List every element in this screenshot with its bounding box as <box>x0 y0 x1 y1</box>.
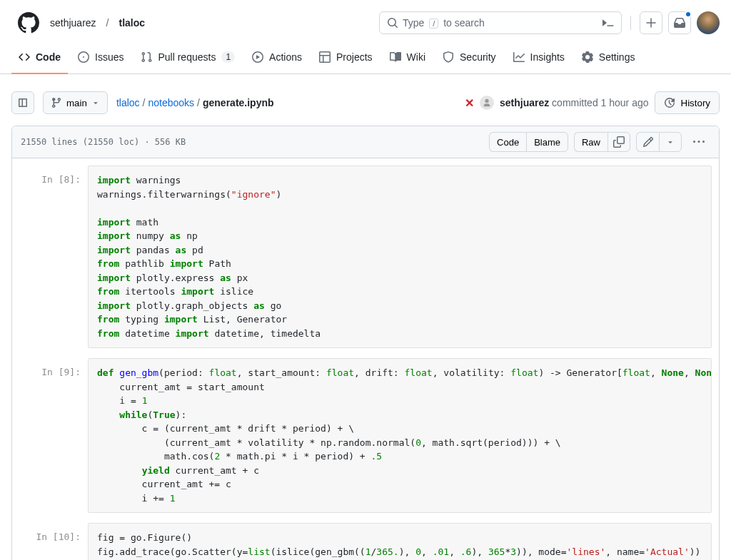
tab-code[interactable]: Code <box>11 46 68 74</box>
search-placeholder: Type / to search <box>403 17 485 29</box>
tab-projects[interactable]: Projects <box>312 46 380 74</box>
repo-owner-link[interactable]: sethjuarez <box>46 14 101 31</box>
copy-raw-button[interactable] <box>608 132 630 152</box>
tab-insights[interactable]: Insights <box>506 46 572 74</box>
cell-code: import warnings warnings.filterwarnings(… <box>88 166 712 348</box>
notebook-cell: In [10]: fig = go.Figure() fig.add_trace… <box>19 523 712 560</box>
tab-security[interactable]: Security <box>435 46 503 74</box>
pulls-count: 1 <box>221 51 235 63</box>
toggle-sidebar-button[interactable] <box>11 91 34 114</box>
cell-prompt: In [8]: <box>19 166 88 348</box>
cell-prompt: In [9]: <box>19 358 88 513</box>
pencil-icon <box>642 136 654 148</box>
blame-view-button[interactable]: Blame <box>526 132 568 152</box>
triangle-down-icon <box>91 98 100 107</box>
code-icon <box>19 51 30 63</box>
notebook-cell: In [9]: def gen_gbm(period: float, start… <box>19 358 712 513</box>
github-mark-icon <box>18 12 39 34</box>
repo-tabs: Code Issues Pull requests 1 Actions Proj… <box>0 46 731 74</box>
gear-icon <box>582 51 593 63</box>
commit-status-x-icon[interactable]: ✕ <box>465 96 474 110</box>
history-icon <box>664 97 675 108</box>
breadcrumb: tlaloc/notebooks/generate.ipynb <box>116 97 274 108</box>
create-new-button[interactable] <box>640 11 662 34</box>
notifications-button[interactable] <box>668 11 691 34</box>
search-icon <box>387 17 398 29</box>
search-input-wrap[interactable]: Type / to search <box>379 11 622 34</box>
table-icon <box>319 51 331 63</box>
issues-icon <box>78 51 89 63</box>
play-icon <box>252 51 263 63</box>
edit-dropdown-button[interactable] <box>659 132 682 152</box>
repo-sep: / <box>106 17 109 29</box>
cell-prompt: In [10]: <box>19 523 88 560</box>
notification-dot <box>685 11 692 18</box>
shield-icon <box>443 51 454 63</box>
book-icon <box>390 51 401 63</box>
commit-author-avatar[interactable] <box>480 96 494 110</box>
notebook-content: In [8]: import warnings warnings.filterw… <box>12 158 719 560</box>
tab-settings[interactable]: Settings <box>575 46 642 74</box>
code-view-button[interactable]: Code <box>489 132 526 152</box>
copy-icon <box>613 136 625 148</box>
github-logo[interactable] <box>17 11 40 34</box>
breadcrumb-root[interactable]: tlaloc <box>116 97 140 108</box>
user-avatar[interactable] <box>697 11 720 34</box>
triangle-down-icon <box>666 138 675 146</box>
tab-wiki[interactable]: Wiki <box>383 46 433 74</box>
command-palette-icon[interactable] <box>603 17 614 29</box>
plus-icon <box>645 17 657 29</box>
git-pull-request-icon <box>141 51 152 63</box>
sidebar-collapse-icon <box>17 97 29 108</box>
tab-issues[interactable]: Issues <box>71 46 131 74</box>
file-stats: 21550 lines (21550 loc) · 556 KB <box>21 137 186 147</box>
kebab-icon <box>693 136 705 148</box>
cell-code: fig = go.Figure() fig.add_trace(go.Scatt… <box>88 523 712 560</box>
history-button[interactable]: History <box>655 91 720 114</box>
branch-select-button[interactable]: main <box>43 91 108 114</box>
tab-actions[interactable]: Actions <box>245 46 309 74</box>
tab-pull-requests[interactable]: Pull requests 1 <box>133 46 242 74</box>
notebook-cell: In [8]: import warnings warnings.filterw… <box>19 166 712 348</box>
cell-code: def gen_gbm(period: float, start_amount:… <box>88 358 712 513</box>
edit-file-button[interactable] <box>636 132 659 152</box>
raw-button[interactable]: Raw <box>574 132 608 152</box>
repo-name-link[interactable]: tlaloc <box>114 14 149 31</box>
inbox-icon <box>674 17 685 29</box>
commit-author[interactable]: sethjuarez committed 1 hour ago <box>500 97 649 108</box>
breadcrumb-file: generate.ipynb <box>203 97 274 108</box>
graph-icon <box>513 51 525 63</box>
breadcrumb-dir[interactable]: notebooks <box>148 97 194 108</box>
git-branch-icon <box>51 97 62 108</box>
more-options-button[interactable] <box>687 132 710 152</box>
